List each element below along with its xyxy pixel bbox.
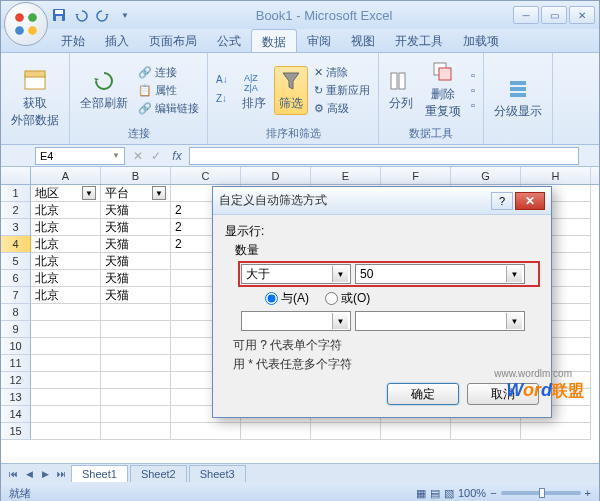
col-header[interactable]: F (381, 167, 451, 184)
cell[interactable]: 北京 (31, 270, 101, 287)
view-layout-icon[interactable]: ▤ (430, 487, 440, 500)
value2-combo[interactable]: ▼ (355, 311, 525, 331)
last-sheet-button[interactable]: ⏭ (53, 466, 69, 482)
select-all-button[interactable] (1, 167, 31, 184)
text-to-columns-button[interactable]: 分列 (385, 67, 417, 114)
sheet-tab[interactable]: Sheet3 (189, 465, 246, 482)
help-button[interactable]: ? (491, 192, 513, 210)
tab-insert[interactable]: 插入 (95, 29, 139, 52)
cell[interactable] (101, 406, 171, 423)
clear-filter-button[interactable]: ✕清除 (312, 64, 372, 81)
row-header[interactable]: 9 (1, 321, 31, 338)
tab-pagelayout[interactable]: 页面布局 (139, 29, 207, 52)
outline-button[interactable]: 分级显示 (490, 75, 546, 122)
cell[interactable]: 天猫 (101, 270, 171, 287)
cell[interactable] (31, 406, 101, 423)
row-header[interactable]: 12 (1, 372, 31, 389)
cell[interactable]: 北京 (31, 236, 101, 253)
cell[interactable]: 北京 (31, 253, 101, 270)
filter-button[interactable]: 筛选 (274, 66, 308, 115)
filter-dropdown-icon[interactable]: ▼ (82, 186, 96, 200)
row-header[interactable]: 11 (1, 355, 31, 372)
cell[interactable]: 北京 (31, 219, 101, 236)
row-header[interactable]: 2 (1, 202, 31, 219)
row-header[interactable]: 3 (1, 219, 31, 236)
value1-combo[interactable]: 50▼ (355, 264, 525, 284)
cell[interactable] (381, 423, 451, 440)
filter-dropdown-icon[interactable]: ▼ (152, 186, 166, 200)
tab-developer[interactable]: 开发工具 (385, 29, 453, 52)
view-normal-icon[interactable]: ▦ (416, 487, 426, 500)
sort-asc-button[interactable]: A↓ (214, 72, 234, 89)
cell[interactable] (101, 423, 171, 440)
cell[interactable]: 北京 (31, 202, 101, 219)
cell[interactable]: 天猫 (101, 253, 171, 270)
maximize-button[interactable]: ▭ (541, 6, 567, 24)
and-radio[interactable]: 与(A) (265, 290, 309, 307)
zoom-out-button[interactable]: − (490, 487, 496, 499)
ok-button[interactable]: 确定 (387, 383, 459, 405)
cell[interactable] (101, 304, 171, 321)
tab-formulas[interactable]: 公式 (207, 29, 251, 52)
properties-button[interactable]: 📋属性 (136, 82, 201, 99)
cell[interactable] (31, 304, 101, 321)
row-header[interactable]: 1 (1, 185, 31, 202)
view-pagebreak-icon[interactable]: ▧ (444, 487, 454, 500)
undo-icon[interactable] (71, 5, 91, 25)
sheet-tab[interactable]: Sheet2 (130, 465, 187, 482)
col-header[interactable]: H (521, 167, 591, 184)
zoom-in-button[interactable]: + (585, 487, 591, 499)
row-header[interactable]: 6 (1, 270, 31, 287)
operator1-combo[interactable]: 大于▼ (241, 264, 351, 284)
tab-home[interactable]: 开始 (51, 29, 95, 52)
advanced-filter-button[interactable]: ⚙高级 (312, 100, 372, 117)
row-header[interactable]: 13 (1, 389, 31, 406)
or-radio[interactable]: 或(O) (325, 290, 370, 307)
sort-button[interactable]: A|ZZ|A 排序 (238, 67, 270, 114)
qat-dropdown-icon[interactable]: ▼ (115, 5, 135, 25)
minimize-button[interactable]: ─ (513, 6, 539, 24)
tab-addins[interactable]: 加载项 (453, 29, 509, 52)
col-header[interactable]: D (241, 167, 311, 184)
redo-icon[interactable] (93, 5, 113, 25)
col-header[interactable]: G (451, 167, 521, 184)
cell[interactable] (31, 372, 101, 389)
sort-desc-button[interactable]: Z↓ (214, 91, 234, 108)
formula-bar[interactable] (189, 147, 579, 165)
cell[interactable]: 天猫 (101, 219, 171, 236)
cell[interactable] (101, 338, 171, 355)
first-sheet-button[interactable]: ⏮ (5, 466, 21, 482)
tab-data[interactable]: 数据 (251, 29, 297, 52)
datatools-3[interactable]: ▫ (469, 98, 477, 112)
cell[interactable] (31, 355, 101, 372)
row-header[interactable]: 14 (1, 406, 31, 423)
edit-links-button[interactable]: 🔗编辑链接 (136, 100, 201, 117)
col-header[interactable]: E (311, 167, 381, 184)
row-header[interactable]: 15 (1, 423, 31, 440)
datatools-2[interactable]: ▫ (469, 83, 477, 97)
col-header[interactable]: C (171, 167, 241, 184)
cell[interactable] (101, 389, 171, 406)
dialog-close-button[interactable]: ✕ (515, 192, 545, 210)
cell[interactable]: 天猫 (101, 236, 171, 253)
cell[interactable]: 地区▼ (31, 185, 101, 202)
reapply-button[interactable]: ↻重新应用 (312, 82, 372, 99)
cell[interactable]: 天猫 (101, 287, 171, 304)
cell[interactable] (241, 423, 311, 440)
row-header[interactable]: 4 (1, 236, 31, 253)
row-header[interactable]: 7 (1, 287, 31, 304)
cell[interactable] (31, 338, 101, 355)
cell[interactable] (521, 423, 591, 440)
zoom-level[interactable]: 100% (458, 487, 486, 499)
sheet-tab[interactable]: Sheet1 (71, 465, 128, 482)
cell[interactable] (311, 423, 381, 440)
datatools-1[interactable]: ▫ (469, 68, 477, 82)
cell[interactable] (101, 321, 171, 338)
name-box[interactable]: E4▼ (35, 147, 125, 165)
close-button[interactable]: ✕ (569, 6, 595, 24)
get-external-data-button[interactable]: 获取 外部数据 (7, 67, 63, 131)
cell[interactable] (171, 423, 241, 440)
cell[interactable] (31, 389, 101, 406)
cell[interactable] (31, 423, 101, 440)
row-header[interactable]: 5 (1, 253, 31, 270)
